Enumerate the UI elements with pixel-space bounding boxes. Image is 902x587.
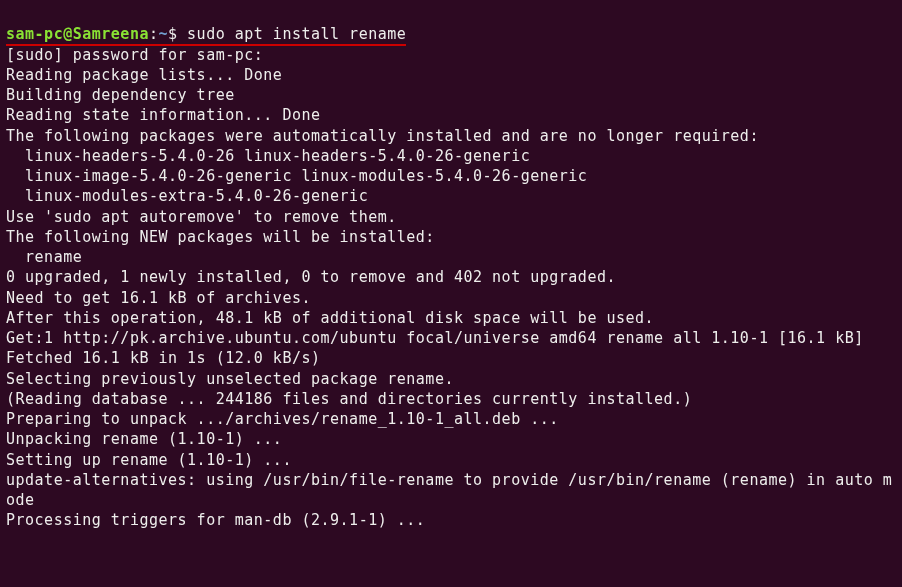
output-line: Building dependency tree [6,86,235,104]
output-line: update-alternatives: using /usr/bin/file… [6,471,892,509]
terminal-window[interactable]: sam-pc@Samreena:~$ sudo apt install rena… [6,4,896,531]
prompt-path: ~ [159,25,169,46]
output-line: linux-modules-extra-5.4.0-26-generic [6,187,368,205]
output-line: Fetched 16.1 kB in 1s (12.0 kB/s) [6,349,321,367]
prompt-colon: : [149,25,159,46]
output-line: Unpacking rename (1.10-1) ... [6,430,282,448]
output-line: Reading package lists... Done [6,66,282,84]
prompt-user-host: sam-pc@Samreena [6,25,149,46]
output-line: rename [6,248,82,266]
output-line: linux-image-5.4.0-26-generic linux-modul… [6,167,587,185]
output-line: Selecting previously unselected package … [6,370,454,388]
output-line: (Reading database ... 244186 files and d… [6,390,692,408]
output-line: The following packages were automaticall… [6,127,759,145]
output-line: After this operation, 48.1 kB of additio… [6,309,654,327]
output-line: The following NEW packages will be insta… [6,228,435,246]
output-line: linux-headers-5.4.0-26 linux-headers-5.4… [6,147,530,165]
output-line: Preparing to unpack .../archives/rename_… [6,410,559,428]
output-line: Setting up rename (1.10-1) ... [6,451,292,469]
output-line: Need to get 16.1 kB of archives. [6,289,311,307]
prompt-dollar: $ [168,25,187,46]
output-line: Use 'sudo apt autoremove' to remove them… [6,208,397,226]
output-line: [sudo] password for sam-pc: [6,46,263,64]
output-line: Get:1 http://pk.archive.ubuntu.com/ubunt… [6,329,864,347]
command-text: sudo apt install rename [187,25,406,46]
output-line: Processing triggers for man-db (2.9.1-1)… [6,511,425,529]
output-line: Reading state information... Done [6,106,321,124]
output-line: 0 upgraded, 1 newly installed, 0 to remo… [6,268,616,286]
